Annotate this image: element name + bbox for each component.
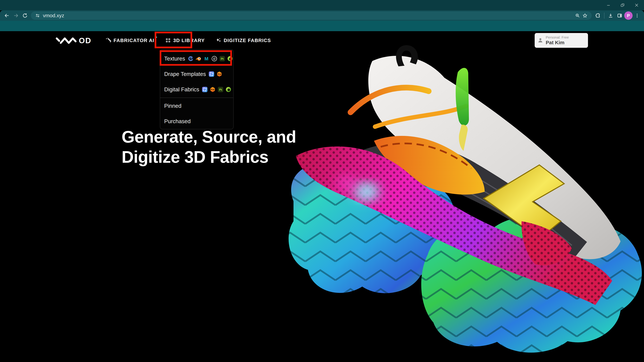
zoom-in-icon[interactable] — [574, 12, 581, 19]
url-bar[interactable]: vmod.xyz — [31, 11, 592, 20]
downloads-button[interactable] — [606, 11, 615, 20]
magic-wand-icon — [105, 37, 111, 43]
restore-button[interactable] — [618, 1, 627, 9]
main-nav: FABRICATOR AI 3D LIBRARY DIGITIZE FABRIC… — [105, 35, 271, 46]
bookmarks-bar — [0, 21, 644, 31]
sparkles-icon — [216, 37, 222, 43]
extensions-icon[interactable] — [593, 11, 602, 20]
hero-heading: Generate, Source, and Digitize 3D Fabric… — [122, 127, 296, 167]
hero-line-1: Generate, Source, and — [122, 127, 296, 147]
refresh-button[interactable] — [20, 11, 30, 20]
substance-painter-icon: Pt — [218, 87, 224, 92]
svg-text:M: M — [204, 56, 208, 61]
toolbar-divider — [604, 12, 604, 18]
notification-dot — [155, 36, 157, 38]
menu-item-label: Purchased — [164, 118, 191, 124]
menu-item-textures[interactable]: Textures M U — [160, 51, 233, 66]
unreal-engine-icon: U — [212, 56, 217, 61]
nav-item-3d-library[interactable]: 3D LIBRARY — [165, 37, 205, 43]
site-settings-icon[interactable] — [34, 12, 41, 19]
browzwear-cube-icon — [210, 87, 216, 92]
browzwear-cube-icon — [216, 71, 222, 77]
minimize-button[interactable] — [604, 1, 613, 9]
vmod-zigzag-mark — [55, 37, 77, 44]
nav-item-digitize-fabrics[interactable]: DIGITIZE FABRICS — [216, 37, 271, 43]
menu-item-label: Pinned — [164, 103, 182, 109]
grid-icon — [165, 37, 171, 43]
browser-toolbar: vmod.xyz P — [0, 10, 644, 21]
omniverse-icon — [227, 56, 233, 61]
close-button[interactable] — [632, 1, 641, 9]
svg-text:Pt: Pt — [219, 88, 222, 91]
compatible-app-icons — [209, 71, 222, 77]
url-text[interactable]: vmod.xyz — [43, 13, 64, 18]
menu-item-label: Textures — [164, 55, 185, 62]
compatible-app-icons: M U Pt — [188, 56, 233, 61]
page-content: OD FABRICATOR AI 3D LIBRARY DIGITIZE FAB… — [0, 31, 644, 362]
back-button[interactable] — [2, 11, 12, 20]
substance-painter-icon: Pt — [219, 56, 225, 61]
logo-text: OD — [79, 36, 92, 45]
account-plan: Personal: Free — [546, 35, 569, 39]
blender-icon — [196, 56, 202, 61]
product-hero-image — [275, 40, 644, 361]
nav-label: DIGITIZE FABRICS — [224, 38, 271, 43]
cinema4d-icon — [188, 56, 194, 61]
clo3d-icon — [202, 87, 208, 92]
compatible-app-icons: Pt — [202, 87, 231, 92]
nav-label: FABRICATOR AI — [114, 38, 154, 43]
nav-item-fabricator-ai[interactable]: FABRICATOR AI — [105, 37, 154, 43]
site-logo[interactable]: OD — [55, 36, 92, 45]
window-titlebar — [0, 0, 644, 10]
maya-icon: M — [204, 56, 209, 61]
avatar-initial: P — [627, 13, 630, 18]
bookmark-star-icon[interactable] — [581, 12, 589, 19]
menu-kebab-button[interactable] — [632, 11, 642, 20]
3d-library-dropdown: Textures M U — [160, 49, 234, 129]
svg-text:Pt: Pt — [221, 57, 224, 60]
clo3d-icon — [209, 71, 214, 77]
side-panel-button[interactable] — [615, 11, 624, 20]
profile-avatar[interactable]: P — [624, 11, 632, 20]
menu-item-pinned[interactable]: Pinned — [160, 98, 233, 114]
menu-item-drape-templates[interactable]: Drape Templates — [160, 66, 233, 82]
forward-button[interactable] — [12, 11, 20, 20]
menu-divider — [160, 97, 233, 98]
menu-item-label: Drape Templates — [164, 71, 206, 77]
hero-line-2: Digitize 3D Fabrics — [122, 147, 296, 167]
menu-item-digital-fabrics[interactable]: Digital Fabrics Pt — [160, 82, 233, 97]
omniverse-icon — [226, 87, 231, 92]
menu-item-label: Digital Fabrics — [164, 86, 199, 93]
nav-label: 3D LIBRARY — [173, 38, 205, 43]
